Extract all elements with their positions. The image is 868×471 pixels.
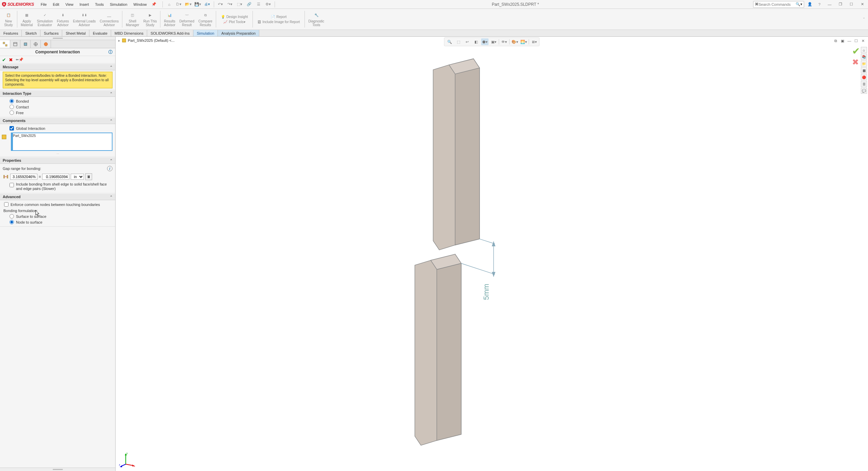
shell-manager-button[interactable]: ◫Shell Manager [124,10,141,29]
menu-pin-icon[interactable]: 📌 [152,2,156,6]
tab-surfaces[interactable]: Surfaces [40,30,62,36]
search-commands[interactable]: ⌘ 🔍▾ [753,1,804,8]
ok-button[interactable]: ✔ [2,57,6,63]
property-manager-tab[interactable] [10,40,20,48]
include-shell-checkbox[interactable]: Include bonding from shell edge to solid… [3,181,112,192]
run-study-button[interactable]: ▶Run This Study [141,10,159,29]
open-doc-icon[interactable]: 📂▾ [185,1,192,8]
menu-tools[interactable]: Tools [92,1,107,8]
plot-tools-button[interactable]: 📈Plot Tools ▾ [220,20,249,24]
node-to-surface-radio[interactable]: Node to surface [3,219,112,225]
pin-button[interactable]: ⬅📌 [16,57,23,62]
close-icon[interactable]: ✕ [858,1,867,8]
home-icon[interactable]: ⌂ [166,1,173,8]
include-image-button[interactable]: 🖼Include Image for Report [256,20,301,24]
maximize-icon[interactable]: ☐ [847,1,856,8]
minimize-icon[interactable]: — [825,1,834,8]
info-icon[interactable]: i [107,166,112,171]
diagnostic-tools-button[interactable]: 🔧Diagnostic Tools [306,10,326,29]
solid-body-top[interactable] [433,59,480,250]
compare-results-button[interactable]: ⧉Compare Results [196,10,214,29]
tab-simulation[interactable]: Simulation [193,30,218,36]
design-insight-button[interactable]: 💡Design Insight [220,15,249,19]
dimxpert-tab[interactable] [31,40,41,48]
message-header[interactable]: Message⌃ [0,64,115,70]
panel-grip-top[interactable] [0,37,115,40]
unit-select[interactable]: in [71,174,84,180]
link-views-icon[interactable]: ⧉ [833,38,839,43]
new-study-button[interactable]: 📋New Study [1,10,16,29]
gfx-close-icon[interactable]: ✕ [860,38,866,43]
display-manager-tab[interactable] [41,40,51,48]
viewport-icon[interactable]: ▣ [839,38,846,43]
report-button[interactable]: 📄Report [256,15,301,19]
breadcrumb-expand-icon[interactable]: ▸ [118,38,120,43]
component-item[interactable]: Part_SWx2025 [13,134,110,138]
menu-edit[interactable]: Edit [50,1,62,8]
select-icon[interactable]: ⬚▾ [236,1,243,8]
help-icon[interactable]: ? [816,1,823,8]
pm-help-icon[interactable]: ⓘ [108,49,112,55]
breadcrumb-text[interactable]: Part_SWx2025 (Default) <... [128,38,175,42]
model-viewport[interactable]: 5mm [116,43,868,471]
advanced-header[interactable]: Advanced⌃ [0,193,115,200]
orientation-triad[interactable]: y x z [119,451,136,468]
new-doc-icon[interactable]: 🗋▾ [175,1,183,8]
gap-percent-input[interactable] [10,174,37,180]
save-icon[interactable]: 💾▾ [194,1,202,8]
feature-breadcrumb[interactable]: ▸ Part_SWx2025 (Default) <... [118,38,175,43]
tab-analysis-prep[interactable]: Analysis Preparation [218,30,259,36]
undo-icon[interactable]: ↶▾ [217,1,224,8]
results-advisor-button[interactable]: 📊Results Advisor [162,10,177,29]
settings-icon[interactable]: ⚙▾ [264,1,272,8]
component-selection-list[interactable]: Part_SWx2025 [11,133,112,151]
gap-dimension[interactable]: 5mm [461,239,496,300]
menu-insert[interactable]: Insert [77,1,92,8]
graphics-area[interactable]: ▸ Part_SWx2025 (Default) <... 🔍 ⬚ ↩ ◧ ⬣▾… [116,37,868,471]
apply-material-button[interactable]: ▦Apply Material [19,10,35,29]
print-icon[interactable]: 🖨▾ [204,1,211,8]
tab-evaluate[interactable]: Evaluate [89,30,111,36]
sim-evaluator-button[interactable]: ✓Simulation Evaluator [35,10,55,29]
cancel-button[interactable]: ✖ [9,57,13,63]
properties-header[interactable]: Properties⌃ [0,157,115,164]
global-interaction-checkbox[interactable]: Global Interaction [3,125,112,131]
menu-simulation[interactable]: Simulation [107,1,130,8]
free-radio[interactable]: Free [3,110,112,116]
connections-button[interactable]: ⎯⎯Connections Advisor [98,10,121,29]
menu-view[interactable]: View [63,1,76,8]
tab-features[interactable]: Features [0,30,22,36]
panel-grip-bottom[interactable] [0,468,115,471]
menu-file[interactable]: File [38,1,50,8]
components-header[interactable]: Components⌃ [0,117,115,124]
contact-radio[interactable]: Contact [3,104,112,110]
feature-manager-tab[interactable] [0,40,10,48]
user-icon[interactable]: 👤 [806,1,814,8]
tab-sheet-metal[interactable]: Sheet Metal [62,30,89,36]
calculate-button[interactable]: 🖩 [85,173,92,180]
tab-mbd[interactable]: MBD Dimensions [111,30,147,36]
search-input[interactable] [759,2,796,6]
search-icon[interactable]: 🔍▾ [796,2,802,6]
enforce-nodes-checkbox[interactable]: Enforce common nodes between touching bo… [3,202,112,207]
options-list-icon[interactable]: ☰ [255,1,262,8]
bonded-radio[interactable]: Bonded [3,98,112,104]
gfx-minimize-icon[interactable]: — [846,38,852,43]
rebuild-icon[interactable]: 🔗 [245,1,253,8]
solid-body-bottom[interactable] [415,254,462,446]
gfx-maximize-icon[interactable]: ☐ [853,38,859,43]
external-loads-button[interactable]: ⬇⬇External Loads Advisor [71,10,98,29]
interaction-type-header[interactable]: Interaction Type⌃ [0,90,115,97]
list-grip[interactable]: ⋯ [3,152,112,155]
tab-sketch[interactable]: Sketch [22,30,40,36]
gap-value-input[interactable] [42,174,69,180]
deformed-result-button[interactable]: 〰Deformed Result [177,10,196,29]
restore-icon[interactable]: ❐ [836,1,845,8]
ribbon-collapse-icon[interactable]: ˇ [861,10,867,29]
config-manager-tab[interactable] [20,40,31,48]
redo-icon[interactable]: ↷▾ [226,1,234,8]
tab-addins[interactable]: SOLIDWORKS Add-Ins [147,30,193,36]
fixtures-button[interactable]: ⬇Fixtures Advisor [55,10,71,29]
menu-window[interactable]: Window [131,1,150,8]
surface-to-surface-radio[interactable]: Surface to surface [3,213,112,219]
